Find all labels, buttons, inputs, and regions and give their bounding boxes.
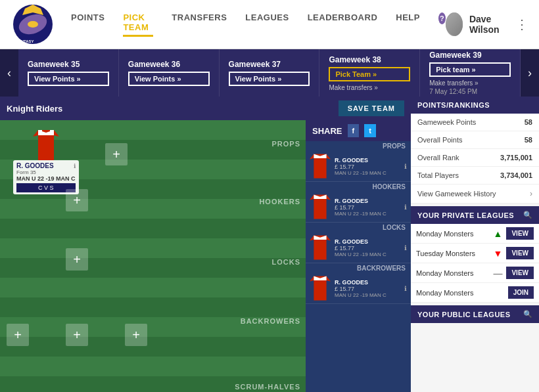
- rp-info-icon-2[interactable]: ℹ: [404, 204, 407, 211]
- league-name-4: Monday Monsters: [416, 289, 504, 297]
- add-player-back-3[interactable]: +: [125, 324, 147, 346]
- gw-38: Gameweek 38 Pick Team » Make transfers »: [319, 49, 420, 97]
- more-options-icon[interactable]: ⋮: [515, 16, 528, 32]
- rp-name-2: R. GOODES: [335, 198, 404, 204]
- pitch-left: PROPS R. GOODES ℹ: [0, 120, 306, 392]
- gw-39-transfers-link[interactable]: Make transfers »: [429, 79, 511, 87]
- add-player-props-2[interactable]: +: [105, 143, 128, 165]
- rp-price-2: £ 15.77: [335, 204, 404, 211]
- total-players-row: Total Players 3,734,001: [411, 167, 539, 185]
- nav-leagues[interactable]: LEAGUES: [245, 12, 289, 37]
- nav-pick-team[interactable]: PICK TEAM: [123, 12, 153, 37]
- rp-player-1[interactable]: R. GOODES £ 15.77 MAN U 22 -19 MAN C ℹ: [306, 151, 411, 182]
- nav-points[interactable]: POINTS: [71, 12, 105, 37]
- player-slot-back-2[interactable]: +: [66, 324, 88, 346]
- rp-locks-label: LOCKS: [306, 223, 411, 232]
- rp-player-3[interactable]: R. GOODES £ 15.77 MAN U 22 -19 MAN C ℹ: [306, 232, 411, 263]
- league-view-btn-3[interactable]: VIEW: [506, 267, 534, 279]
- rp-backrowers-label: BACKROWERS: [306, 263, 411, 273]
- league-join-btn-4[interactable]: JOIN: [508, 286, 534, 299]
- rp-info-1: R. GOODES £ 15.77 MAN U 22 -19 MAN C: [335, 157, 404, 176]
- add-player-back-2[interactable]: +: [66, 324, 88, 346]
- nav-links: POINTS PICK TEAM TRANSFERS LEAGUES LEADE…: [71, 12, 446, 37]
- public-leagues-search-icon[interactable]: 🔍: [523, 310, 533, 318]
- gw-37: Gameweek 37 View Points »: [220, 49, 320, 97]
- sidebar: POINTS/RANKINGS Gameweek Points 58 Overa…: [411, 97, 539, 392]
- right-panel: SHARE f t PROPS: [306, 120, 411, 392]
- share-label: SHARE: [312, 126, 342, 136]
- gw-39-time: 7 May 12:45 PM: [429, 88, 511, 95]
- player-match-1: MAN U 22 -19 MAN C: [16, 175, 76, 182]
- pitch-content: PROPS R. GOODES ℹ: [0, 120, 411, 392]
- overall-rank-val: 3,715,001: [500, 154, 532, 162]
- player-slot-props-2[interactable]: +: [105, 143, 128, 165]
- gw-38-label: Gameweek 38: [329, 55, 410, 64]
- rp-info-icon-1[interactable]: ℹ: [404, 163, 407, 170]
- league-row-2: Tuesday Monsters ▼ VIEW: [411, 244, 539, 263]
- add-player-hookers-1[interactable]: +: [66, 189, 88, 211]
- share-twitter-btn[interactable]: t: [364, 124, 376, 137]
- gw-38-transfers-link[interactable]: Make transfers »: [329, 84, 410, 91]
- logo: FANTASY PREMIERSHIP: [11, 2, 55, 47]
- backrowers-label: BACKROWERS: [241, 317, 300, 325]
- player-name-1: R. GOODES: [16, 162, 54, 169]
- gw-37-view-btn[interactable]: View Points »: [229, 72, 310, 86]
- nav-right: Dave Wilson ⋮: [446, 12, 528, 36]
- total-players-label: Total Players: [417, 171, 459, 179]
- gw-39-pick-btn[interactable]: Pick team »: [429, 62, 511, 77]
- private-leagues-section: YOUR PRIVATE LEAGUES 🔍 Monday Monsters ▲…: [411, 206, 539, 303]
- overall-points-val: 58: [525, 136, 532, 144]
- hookers-label: HOOKERS: [259, 198, 300, 206]
- share-bar: SHARE f t: [306, 120, 411, 141]
- add-player-locks-1[interactable]: +: [66, 248, 88, 271]
- rp-price-1: £ 15.77: [335, 163, 404, 170]
- rp-shirt-3: [310, 235, 331, 260]
- private-leagues-search-icon[interactable]: 🔍: [523, 211, 533, 219]
- save-team-button[interactable]: SAVE TEAM: [339, 100, 404, 116]
- player-slot-locks-1[interactable]: +: [66, 248, 88, 271]
- league-view-btn-2[interactable]: VIEW: [506, 247, 534, 259]
- user-name: Dave Wilson: [469, 14, 509, 35]
- view-history-link[interactable]: View Gameweek History: [417, 190, 530, 198]
- gw-35-label: Gameweek 35: [28, 60, 109, 69]
- gw-prev-btn[interactable]: ‹: [0, 49, 18, 97]
- rp-team-4: MAN U 22 -19 MAN C: [335, 292, 404, 298]
- nav-help[interactable]: HELP: [396, 12, 420, 37]
- league-row-4: Monday Monsters JOIN: [411, 283, 539, 303]
- add-player-back-1[interactable]: +: [7, 324, 29, 346]
- overall-points-row: Overall Points 58: [411, 131, 539, 149]
- gw-37-label: Gameweek 37: [229, 60, 310, 69]
- help-badge[interactable]: ?: [438, 12, 446, 24]
- rp-player-4[interactable]: R. GOODES £ 15.77 MAN U 22 -19 MAN C ℹ: [306, 273, 411, 304]
- rp-price-4: £ 15.77: [335, 286, 404, 292]
- gw-36: Gameweek 36 View Points »: [119, 49, 220, 97]
- rp-info-icon-4[interactable]: ℹ: [404, 285, 407, 292]
- rp-player-2[interactable]: R. GOODES £ 15.77 MAN U 22 -19 MAN C ℹ: [306, 192, 411, 223]
- player-slot-hookers-1[interactable]: +: [66, 189, 88, 211]
- rp-info-icon-3[interactable]: ℹ: [404, 244, 407, 251]
- gw-36-view-btn[interactable]: View Points »: [128, 72, 210, 86]
- player-slot-back-3[interactable]: +: [125, 324, 147, 346]
- gw-35-view-btn[interactable]: View Points »: [28, 72, 109, 86]
- rp-shirt-4: [310, 276, 331, 301]
- nav-leaderboard[interactable]: LEADERBOARD: [308, 12, 378, 37]
- right-players-list: PROPS R. GOODES £ 15.77 MAN U 22 -19 MAN…: [306, 141, 411, 392]
- overall-rank-label: Overall Rank: [417, 154, 459, 162]
- rp-team-1: MAN U 22 -19 MAN C: [335, 170, 404, 176]
- trend-down-icon-2: ▼: [494, 248, 503, 259]
- player-slot-props-1[interactable]: R. GOODES ℹ Form 35 MAN U 22 -19 MAN C C…: [13, 130, 79, 194]
- nav-transfers[interactable]: TRANSFERS: [172, 12, 227, 37]
- share-facebook-btn[interactable]: f: [348, 124, 360, 137]
- gameweek-bar: ‹ Gameweek 35 View Points » Gameweek 36 …: [0, 49, 539, 97]
- gw-next-btn[interactable]: ›: [521, 49, 539, 97]
- player-info-icon-1[interactable]: ℹ: [74, 163, 76, 169]
- trend-dash-icon-3: —: [493, 268, 502, 278]
- player-slot-back-1[interactable]: +: [7, 324, 29, 346]
- main: Knight Riders SAVE TEAM PROPS: [0, 97, 539, 392]
- private-leagues-title: YOUR PRIVATE LEAGUES: [417, 211, 514, 219]
- league-view-btn-1[interactable]: VIEW: [506, 227, 534, 240]
- rp-shirt-1: [310, 154, 331, 179]
- view-history-row[interactable]: View Gameweek History ›: [411, 185, 539, 204]
- gameweek-points-row: Gameweek Points 58: [411, 114, 539, 131]
- gw-38-pick-btn[interactable]: Pick Team »: [329, 67, 410, 81]
